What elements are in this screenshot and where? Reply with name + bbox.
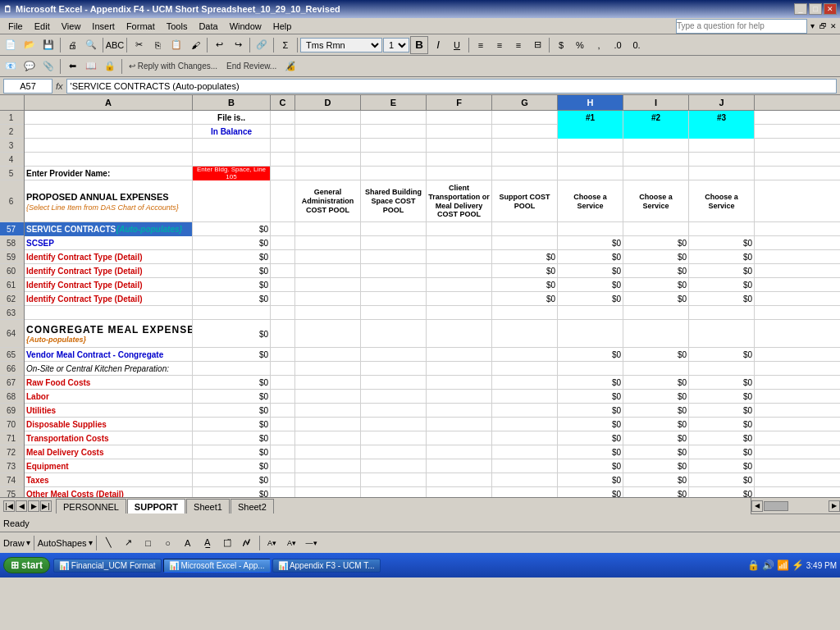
cell-d4[interactable] xyxy=(295,153,361,167)
cell-c72[interactable] xyxy=(271,445,295,459)
cell-c3[interactable] xyxy=(271,139,295,153)
draw-oval[interactable]: ○ xyxy=(159,534,177,552)
cell-i59[interactable]: $0 xyxy=(623,250,689,264)
cell-i64[interactable] xyxy=(623,320,689,348)
cell-a57[interactable]: SERVICE CONTRACTS {Auto-populates} xyxy=(25,222,193,236)
cell-b2[interactable]: In Balance xyxy=(193,125,271,139)
cell-i6[interactable]: Choose a Service xyxy=(623,180,689,222)
draw-wordart[interactable]: A̲ xyxy=(199,534,217,552)
cell-d69[interactable] xyxy=(295,404,361,418)
cell-e62[interactable] xyxy=(361,292,427,306)
cell-e57[interactable] xyxy=(361,222,427,236)
spell-button[interactable]: ABC xyxy=(106,36,124,54)
h-scroll-thumb[interactable] xyxy=(764,501,788,511)
cell-i62[interactable]: $0 xyxy=(623,292,689,306)
cell-j62[interactable]: $0 xyxy=(689,292,755,306)
cell-c70[interactable] xyxy=(271,418,295,431)
cell-a60[interactable]: Identify Contract Type (Detail) xyxy=(25,264,193,278)
cell-d1[interactable] xyxy=(295,111,361,125)
cell-j64[interactable] xyxy=(689,320,755,348)
draw-line[interactable]: ╲ xyxy=(100,534,118,552)
cell-g3[interactable] xyxy=(492,139,558,153)
col-header-e[interactable]: E xyxy=(361,95,427,110)
cell-f2[interactable] xyxy=(427,125,492,139)
cell-e64[interactable] xyxy=(361,320,427,348)
cell-g66[interactable] xyxy=(492,362,558,376)
window-restore-btn[interactable]: 🗗 xyxy=(819,22,827,30)
tab-support[interactable]: SUPPORT xyxy=(127,499,185,514)
close-button[interactable]: ✕ xyxy=(824,3,837,15)
help-search-input[interactable] xyxy=(676,19,807,34)
cell-h74[interactable]: $0 xyxy=(558,473,623,487)
hyperlink-button[interactable]: 🔗 xyxy=(253,36,271,54)
save-button[interactable]: 💾 xyxy=(39,36,57,54)
menu-tools[interactable]: Tools xyxy=(162,21,193,32)
bold-button[interactable]: B xyxy=(410,36,428,54)
cell-e69[interactable] xyxy=(361,404,427,418)
cell-h2[interactable] xyxy=(558,125,623,139)
maximize-button[interactable]: □ xyxy=(809,3,822,15)
preview-button[interactable]: 🔍 xyxy=(82,36,100,54)
cell-g1[interactable] xyxy=(492,111,558,125)
cell-i72[interactable]: $0 xyxy=(623,445,689,459)
tab-personnel[interactable]: PERSONNEL xyxy=(56,499,126,514)
cell-a64[interactable]: CONGREGATE MEAL EXPENSES {Auto-populates… xyxy=(25,320,193,348)
cell-g64[interactable] xyxy=(492,320,558,348)
menu-view[interactable]: View xyxy=(57,21,86,32)
draw-3d[interactable]: 🗲 xyxy=(238,534,256,552)
menu-file[interactable]: File xyxy=(3,21,28,32)
cell-h73[interactable]: $0 xyxy=(558,459,623,473)
draw-textbox[interactable]: A xyxy=(179,534,197,552)
cell-h68[interactable]: $0 xyxy=(558,390,623,404)
cell-g2[interactable] xyxy=(492,125,558,139)
cell-b73[interactable]: $0 xyxy=(193,459,271,473)
toolbar2-btn1[interactable]: 📧 xyxy=(2,57,20,75)
autosum-button[interactable]: Σ xyxy=(276,36,294,54)
cell-a73[interactable]: Equipment xyxy=(25,459,193,473)
cell-c66[interactable] xyxy=(271,362,295,376)
cell-h75[interactable]: $0 xyxy=(558,487,623,497)
tab-first[interactable]: |◀ xyxy=(3,500,15,512)
cell-g60[interactable]: $0 xyxy=(492,264,558,278)
cell-e73[interactable] xyxy=(361,459,427,473)
cell-e66[interactable] xyxy=(361,362,427,376)
cell-f61[interactable] xyxy=(427,278,492,292)
cell-b64[interactable]: $0 xyxy=(193,320,271,348)
cell-e58[interactable] xyxy=(361,236,427,250)
cell-d70[interactable] xyxy=(295,418,361,431)
draw-arrow-tool[interactable]: ↗ xyxy=(120,534,138,552)
cell-j59[interactable]: $0 xyxy=(689,250,755,264)
col-header-i[interactable]: I xyxy=(623,95,689,110)
col-header-c[interactable]: C xyxy=(271,95,295,110)
cell-b5[interactable]: Enter Bldg. Space, Line 105 xyxy=(193,167,271,180)
cell-c75[interactable] xyxy=(271,487,295,497)
cell-j3[interactable] xyxy=(689,139,755,153)
cell-d3[interactable] xyxy=(295,139,361,153)
cell-h58[interactable]: $0 xyxy=(558,236,623,250)
cell-i66[interactable] xyxy=(623,362,689,376)
cell-i3[interactable] xyxy=(623,139,689,153)
cell-j74[interactable]: $0 xyxy=(689,473,755,487)
cell-h4[interactable] xyxy=(558,153,623,167)
cell-a6[interactable]: PROPOSED ANNUAL EXPENSES {Select Line It… xyxy=(25,180,193,222)
cell-c61[interactable] xyxy=(271,278,295,292)
cell-c74[interactable] xyxy=(271,473,295,487)
cell-i73[interactable]: $0 xyxy=(623,459,689,473)
col-header-f[interactable]: F xyxy=(427,95,492,110)
cell-g59[interactable]: $0 xyxy=(492,250,558,264)
italic-button[interactable]: I xyxy=(429,36,447,54)
cell-i74[interactable]: $0 xyxy=(623,473,689,487)
cell-f66[interactable] xyxy=(427,362,492,376)
cell-g4[interactable] xyxy=(492,153,558,167)
cell-h61[interactable]: $0 xyxy=(558,278,623,292)
col-header-d[interactable]: D xyxy=(295,95,361,110)
cell-b63[interactable] xyxy=(193,306,271,320)
cell-b4[interactable] xyxy=(193,153,271,167)
cell-g65[interactable] xyxy=(492,348,558,362)
cell-i65[interactable]: $0 xyxy=(623,348,689,362)
cell-d72[interactable] xyxy=(295,445,361,459)
cell-a3[interactable] xyxy=(25,139,193,153)
cell-f4[interactable] xyxy=(427,153,492,167)
cell-d2[interactable] xyxy=(295,125,361,139)
cell-h57[interactable] xyxy=(558,222,623,236)
